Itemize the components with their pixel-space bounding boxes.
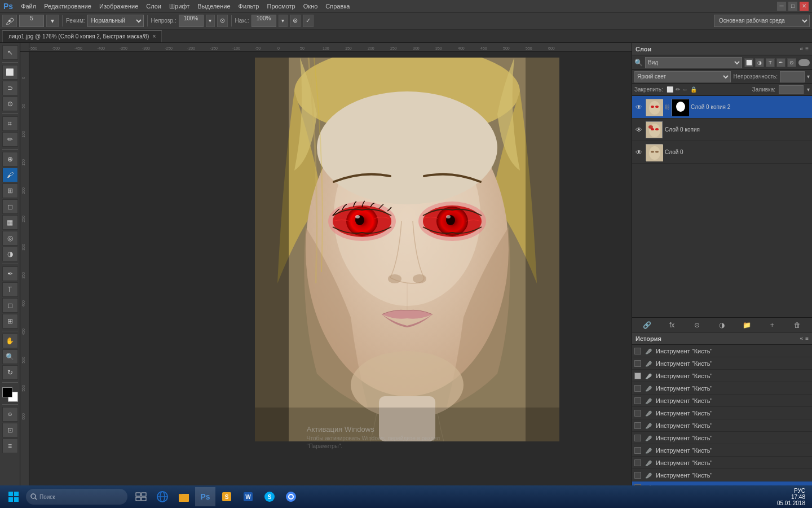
delete-layer-button[interactable]: 🗑 bbox=[792, 319, 803, 331]
history-item-11[interactable]: Инструмент "Кисть" bbox=[632, 469, 812, 481]
gradient-tool[interactable]: ▦ bbox=[2, 215, 18, 230]
taskbar-ie-button[interactable] bbox=[152, 487, 173, 506]
layer-visibility-copy2[interactable]: 👁 bbox=[634, 103, 643, 112]
eraser-tool[interactable]: ◻ bbox=[2, 199, 18, 214]
healing-tool[interactable]: ⊕ bbox=[2, 152, 18, 167]
blend-mode-select[interactable]: Нормальный bbox=[87, 15, 144, 27]
minimize-button[interactable]: ─ bbox=[777, 2, 786, 11]
history-item-10[interactable]: Инструмент "Кисть" bbox=[632, 457, 812, 469]
tablet-pressure-button[interactable]: ⊗ bbox=[290, 15, 301, 27]
history-collapse-button[interactable]: « bbox=[800, 335, 804, 341]
layer-visibility-copy[interactable]: 👁 bbox=[634, 125, 643, 134]
history-item-9[interactable]: Инструмент "Кисть" bbox=[632, 444, 812, 457]
marquee-tool[interactable]: ⬜ bbox=[2, 65, 18, 80]
menu-help[interactable]: Справка bbox=[322, 2, 353, 11]
lock-pixels-button[interactable]: ⬜ bbox=[667, 86, 673, 93]
fill-dropdown-button[interactable]: ▾ bbox=[807, 86, 810, 93]
new-group-button[interactable]: 📁 bbox=[742, 319, 753, 331]
menu-file[interactable]: Файл bbox=[17, 2, 39, 11]
extra-tools-button[interactable]: ≡ bbox=[2, 439, 18, 453]
lasso-tool[interactable]: ⊃ bbox=[2, 81, 18, 95]
select3d-tool[interactable]: ⊞ bbox=[2, 314, 18, 329]
brush-tool[interactable]: 🖌 bbox=[2, 168, 18, 182]
menu-filter[interactable]: Фильтр bbox=[235, 2, 263, 11]
handtool[interactable]: ✋ bbox=[2, 334, 18, 348]
new-layer-button[interactable]: + bbox=[766, 319, 778, 331]
lock-all-button[interactable]: 🔒 bbox=[690, 86, 697, 93]
filter-toggle[interactable] bbox=[798, 59, 810, 66]
brush-options-button[interactable]: ▾ bbox=[46, 15, 59, 27]
layer-blend-select[interactable]: Яркий свет bbox=[634, 71, 731, 82]
menu-font[interactable]: Шрифт bbox=[166, 2, 193, 11]
opacity-dropdown-button[interactable]: ▾ bbox=[807, 73, 810, 80]
screen-mode-button[interactable]: ⊡ bbox=[2, 423, 18, 437]
link-layers-button[interactable]: 🔗 bbox=[641, 319, 652, 331]
blur-tool[interactable]: ◎ bbox=[2, 231, 18, 246]
history-menu-button[interactable]: ≡ bbox=[805, 335, 809, 341]
taskbar-chrome-button[interactable] bbox=[281, 487, 301, 506]
color-swatches[interactable] bbox=[2, 387, 18, 402]
menu-layers[interactable]: Слои bbox=[143, 2, 165, 11]
start-button[interactable] bbox=[2, 487, 25, 506]
opacity-input[interactable]: 100% bbox=[179, 15, 204, 27]
taskbar-search-box[interactable]: Поиск bbox=[26, 489, 127, 505]
opacity-options-button[interactable]: ▾ bbox=[206, 15, 215, 27]
quick-mask-button[interactable]: ⊙ bbox=[2, 407, 18, 422]
fill-input[interactable]: 100% bbox=[779, 85, 804, 94]
quickselect-tool[interactable]: ⊙ bbox=[2, 97, 18, 111]
eyedropper-tool[interactable]: ✏ bbox=[2, 132, 18, 147]
layer-filter-select[interactable]: Вид bbox=[645, 57, 742, 68]
crop-tool[interactable]: ⌗ bbox=[2, 116, 18, 131]
history-item-8[interactable]: Инструмент "Кисть" bbox=[632, 432, 812, 444]
layers-collapse-button[interactable]: « bbox=[800, 46, 804, 52]
new-adjustment-button[interactable]: ◑ bbox=[716, 319, 727, 331]
dodge-tool[interactable]: ◑ bbox=[2, 247, 18, 261]
history-item-4[interactable]: Инструмент "Кисть" bbox=[632, 382, 812, 395]
opacity-row-input[interactable]: 100% bbox=[780, 71, 805, 82]
document-tab[interactable]: лицо1.jpg @ 176% (Слой 0 копия 2, Быстра… bbox=[2, 30, 162, 42]
add-mask-button[interactable]: ⊙ bbox=[691, 319, 703, 331]
text-tool[interactable]: T bbox=[2, 282, 18, 297]
rotate-view-tool[interactable]: ↻ bbox=[2, 365, 18, 380]
menu-select[interactable]: Выделение bbox=[194, 2, 233, 11]
lock-transform-button[interactable]: ↔ bbox=[682, 86, 688, 93]
taskbar-word-button[interactable]: W bbox=[238, 487, 258, 506]
history-item-3[interactable]: Инструмент "Кисть" bbox=[632, 370, 812, 382]
tab-close-button[interactable]: × bbox=[152, 33, 156, 40]
pen-tool[interactable]: ✒ bbox=[2, 266, 18, 281]
airbrush-button[interactable]: ⊙ bbox=[217, 15, 228, 27]
taskbar-skype-button[interactable]: S bbox=[259, 487, 280, 506]
shape-tool[interactable]: ◻ bbox=[2, 298, 18, 313]
clone-tool[interactable]: ⊞ bbox=[2, 183, 18, 198]
menu-image[interactable]: Изображение bbox=[96, 2, 142, 11]
brush-size-input[interactable]: 5 bbox=[19, 15, 44, 27]
workspace-select[interactable]: Основная рабочая среда bbox=[714, 15, 810, 27]
move-tool[interactable]: ↖ bbox=[2, 45, 18, 60]
filter-text-button[interactable]: T bbox=[766, 58, 775, 67]
lock-move-button[interactable]: ✏ bbox=[676, 86, 680, 93]
filter-pixel-button[interactable]: ⬜ bbox=[744, 58, 753, 67]
history-item-6[interactable]: Инструмент "Кисть" bbox=[632, 407, 812, 419]
filter-adjust-button[interactable]: ◑ bbox=[755, 58, 764, 67]
layers-menu-button[interactable]: ≡ bbox=[805, 46, 809, 52]
taskbar-ps-button[interactable]: Ps bbox=[195, 487, 215, 506]
layer-item-base[interactable]: 👁 Слой 0 bbox=[632, 141, 812, 164]
layer-visibility-base[interactable]: 👁 bbox=[634, 148, 643, 157]
history-item-1[interactable]: Инструмент "Кисть" bbox=[632, 345, 812, 357]
menu-window[interactable]: Окно bbox=[300, 2, 321, 11]
zoom-tool[interactable]: 🔍 bbox=[2, 349, 18, 364]
foreground-color-swatch[interactable] bbox=[2, 387, 12, 397]
pressure-input[interactable]: 100% bbox=[251, 15, 276, 27]
history-item-7[interactable]: Инструмент "Кисть" bbox=[632, 419, 812, 432]
history-item-2[interactable]: Инструмент "Кисть" bbox=[632, 357, 812, 370]
taskbar-explorer-button[interactable] bbox=[174, 487, 194, 506]
filter-smart-button[interactable]: ⊙ bbox=[787, 58, 796, 67]
maximize-button[interactable]: □ bbox=[788, 2, 797, 11]
taskbar-extra1-button[interactable]: S bbox=[217, 487, 237, 506]
layer-item-copy2[interactable]: 👁 ⛓ bbox=[632, 96, 812, 119]
filter-vector-button[interactable]: ✒ bbox=[776, 58, 785, 67]
history-item-5[interactable]: Инструмент "Кисть" bbox=[632, 395, 812, 407]
menu-edit[interactable]: Редактирование bbox=[41, 2, 95, 11]
tablet-size-button[interactable]: ✓ bbox=[303, 15, 314, 27]
taskbar-task-view[interactable] bbox=[131, 487, 151, 506]
